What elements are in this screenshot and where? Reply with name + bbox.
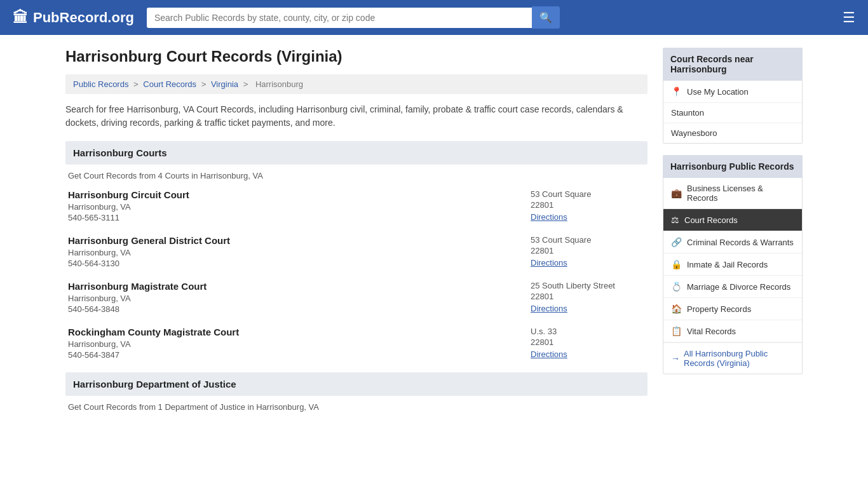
sidebar-court-label: Court Records [684, 215, 738, 225]
sidebar-item-business[interactable]: 💼 Business Licenses & Records [663, 178, 802, 209]
directions-link-4[interactable]: Directions [531, 349, 567, 359]
court-phone-3: 540-564-3848 [68, 304, 518, 314]
court-address-3: 25 South Liberty Street 22801 Directions [531, 281, 645, 314]
court-zip-4: 22801 [531, 337, 645, 347]
marriage-icon: 💍 [671, 281, 682, 292]
search-bar: 🔍 [147, 6, 560, 29]
breadcrumb-public-records[interactable]: Public Records [73, 79, 128, 89]
inmate-icon: 🔒 [671, 259, 682, 269]
directions-link-1[interactable]: Directions [531, 212, 567, 222]
sidebar-property-label: Property Records [687, 304, 751, 314]
sidebar-item-all[interactable]: → All Harrisonburg Public Records (Virgi… [663, 342, 802, 374]
court-city-3: Harrisonburg, VA [68, 294, 518, 303]
breadcrumb-court-records[interactable]: Court Records [143, 79, 196, 89]
sidebar-vital-label: Vital Records [687, 327, 736, 336]
logo[interactable]: 🏛 PubRecord.org [13, 9, 134, 27]
logo-icon: 🏛 [13, 9, 28, 27]
court-street-4: U.s. 33 [531, 327, 645, 336]
court-zip-3: 22801 [531, 292, 645, 301]
court-name-2: Harrisonburg General District Court [68, 235, 518, 246]
court-city-1: Harrisonburg, VA [68, 202, 518, 212]
sidebar-item-marriage[interactable]: 💍 Marriage & Divorce Records [663, 276, 802, 298]
sidebar-public-records-content: 💼 Business Licenses & Records ⚖ Court Re… [663, 178, 803, 374]
sidebar-criminal-label: Criminal Records & Warrants [687, 238, 794, 247]
court-zip-2: 22801 [531, 246, 645, 255]
sidebar-business-label: Business Licenses & Records [687, 184, 794, 203]
court-entry-1: Harrisonburg Circuit Court Harrisonburg,… [65, 189, 648, 222]
page-title: Harrisonburg Court Records (Virginia) [65, 48, 648, 65]
sidebar-item-criminal[interactable]: 🔗 Criminal Records & Warrants [663, 231, 802, 254]
court-info-2: Harrisonburg General District Court Harr… [68, 235, 518, 268]
breadcrumb: Public Records > Court Records > Virgini… [65, 74, 648, 94]
court-phone-4: 540-564-3847 [68, 350, 518, 360]
search-icon: 🔍 [539, 12, 552, 23]
sidebar-nearby-content: 📍 Use My Location Staunton Waynesboro [663, 81, 803, 144]
court-info-1: Harrisonburg Circuit Court Harrisonburg,… [68, 189, 518, 222]
court-name-1: Harrisonburg Circuit Court [68, 189, 518, 200]
sidebar-public-records-header: Harrisonburg Public Records [663, 155, 803, 178]
sidebar-item-inmate[interactable]: 🔒 Inmate & Jail Records [663, 254, 802, 276]
court-entry-4: Rockingham County Magistrate Court Harri… [65, 327, 648, 360]
sidebar-inmate-label: Inmate & Jail Records [687, 260, 768, 269]
court-street-3: 25 South Liberty Street [531, 281, 645, 290]
breadcrumb-virginia[interactable]: Virginia [211, 79, 238, 89]
sidebar: Court Records near Harrisonburg 📍 Use My… [663, 48, 803, 421]
sidebar-all-label: All Harrisonburg Public Records (Virgini… [684, 349, 794, 368]
breadcrumb-sep-3: > [243, 79, 250, 89]
property-icon: 🏠 [671, 304, 682, 314]
court-street-1: 53 Court Square [531, 189, 645, 199]
breadcrumb-sep-1: > [133, 79, 140, 89]
search-button[interactable]: 🔍 [532, 6, 560, 29]
court-info-4: Rockingham County Magistrate Court Harri… [68, 327, 518, 360]
court-phone-2: 540-564-3130 [68, 259, 518, 268]
menu-button[interactable]: ☰ [843, 10, 855, 26]
courts-section-sub: Get Court Records from 4 Courts in Harri… [65, 171, 648, 180]
directions-link-3[interactable]: Directions [531, 304, 567, 313]
business-icon: 💼 [671, 188, 682, 198]
courts-section-header: Harrisonburg Courts [65, 141, 648, 165]
sidebar-nearby-header: Court Records near Harrisonburg [663, 48, 803, 81]
doj-section-header: Harrisonburg Department of Justice [65, 372, 648, 396]
breadcrumb-sep-2: > [201, 79, 208, 89]
use-location-label: Use My Location [687, 87, 749, 97]
location-icon: 📍 [671, 86, 682, 97]
arrow-icon: → [671, 353, 680, 363]
court-entry-2: Harrisonburg General District Court Harr… [65, 235, 648, 268]
court-street-2: 53 Court Square [531, 235, 645, 245]
hamburger-icon: ☰ [843, 10, 855, 25]
site-header: 🏛 PubRecord.org 🔍 ☰ [0, 0, 868, 35]
doj-section-sub: Get Court Records from 1 Department of J… [65, 402, 648, 412]
sidebar-item-property[interactable]: 🏠 Property Records [663, 298, 802, 320]
sidebar-nearby-staunton[interactable]: Staunton [663, 103, 802, 123]
court-entry-3: Harrisonburg Magistrate Court Harrisonbu… [65, 281, 648, 314]
logo-text: PubRecord.org [33, 10, 134, 26]
content-area: Harrisonburg Court Records (Virginia) Pu… [65, 48, 648, 421]
vital-icon: 📋 [671, 326, 682, 336]
breadcrumb-harrisonburg: Harrisonburg [255, 79, 303, 89]
court-city-4: Harrisonburg, VA [68, 339, 518, 349]
court-name-4: Rockingham County Magistrate Court [68, 327, 518, 337]
sidebar-marriage-label: Marriage & Divorce Records [687, 282, 790, 292]
main-container: Harrisonburg Court Records (Virginia) Pu… [53, 35, 815, 433]
sidebar-use-location[interactable]: 📍 Use My Location [663, 81, 802, 103]
court-icon: ⚖ [671, 215, 679, 225]
court-info-3: Harrisonburg Magistrate Court Harrisonbu… [68, 281, 518, 314]
sidebar-item-court[interactable]: ⚖ Court Records [663, 209, 802, 231]
page-description: Search for free Harrisonburg, VA Court R… [65, 103, 648, 130]
court-address-1: 53 Court Square 22801 Directions [531, 189, 645, 222]
court-phone-1: 540-565-3111 [68, 213, 518, 222]
court-city-2: Harrisonburg, VA [68, 248, 518, 257]
directions-link-2[interactable]: Directions [531, 258, 567, 268]
sidebar-nearby-waynesboro[interactable]: Waynesboro [663, 123, 802, 143]
court-zip-1: 22801 [531, 200, 645, 210]
court-name-3: Harrisonburg Magistrate Court [68, 281, 518, 292]
sidebar-item-vital[interactable]: 📋 Vital Records [663, 320, 802, 342]
criminal-icon: 🔗 [671, 237, 682, 247]
court-address-2: 53 Court Square 22801 Directions [531, 235, 645, 268]
search-input[interactable] [147, 8, 532, 28]
court-address-4: U.s. 33 22801 Directions [531, 327, 645, 360]
